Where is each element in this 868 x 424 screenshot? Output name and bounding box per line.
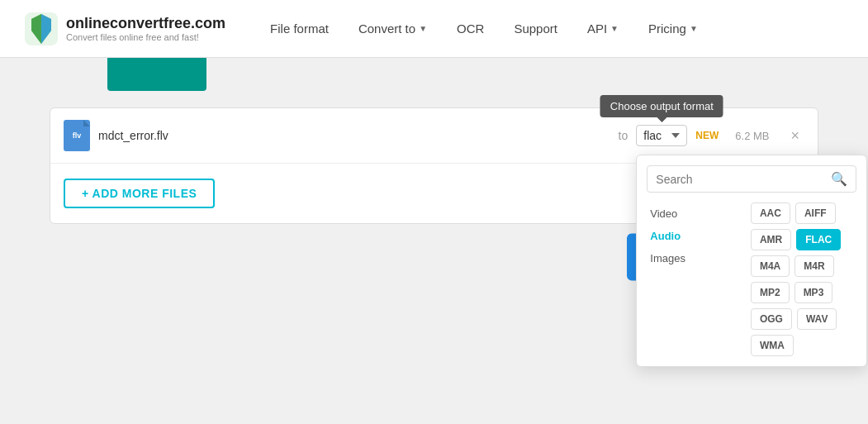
file-row: flv mdct_error.flv to Choose output form… bbox=[50, 108, 818, 164]
format-aiff[interactable]: AIFF bbox=[795, 202, 836, 224]
chevron-down-icon: ▼ bbox=[610, 24, 619, 33]
file-name: mdct_error.flv bbox=[98, 129, 610, 142]
dropdown-body: Video Audio Images AAC AIFF AMR FLAC M4A… bbox=[647, 202, 856, 356]
add-files-button[interactable]: + ADD MORE FILES bbox=[64, 179, 215, 208]
nav-support[interactable]: Support bbox=[502, 15, 569, 42]
nav-file-format[interactable]: File format bbox=[259, 15, 340, 42]
close-button[interactable]: × bbox=[785, 126, 804, 145]
search-input[interactable] bbox=[656, 173, 831, 186]
logo-icon bbox=[25, 12, 58, 45]
search-icon: 🔍 bbox=[831, 171, 847, 187]
format-amr[interactable]: AMR bbox=[751, 229, 791, 250]
format-mp2[interactable]: MP2 bbox=[751, 282, 790, 303]
format-select[interactable]: flac aac mp3 wav bbox=[636, 125, 687, 146]
chevron-down-icon: ▼ bbox=[690, 24, 698, 33]
file-size: 6.2 MB bbox=[735, 130, 769, 142]
chevron-down-icon: ▼ bbox=[419, 24, 427, 33]
format-mp3[interactable]: MP3 bbox=[794, 282, 833, 303]
new-badge: NEW bbox=[695, 130, 719, 141]
category-audio[interactable]: Audio bbox=[647, 225, 689, 247]
nav-ocr[interactable]: OCR bbox=[445, 15, 496, 42]
nav-convert-to[interactable]: Convert to ▼ bbox=[347, 15, 439, 42]
search-box: 🔍 bbox=[647, 165, 856, 193]
category-list: Video Audio Images bbox=[647, 202, 689, 356]
to-label: to bbox=[619, 129, 628, 142]
logo-subtitle: Convert files online free and fast! bbox=[66, 32, 225, 42]
upload-bar bbox=[107, 58, 206, 91]
format-aac[interactable]: AAC bbox=[751, 202, 790, 224]
category-video[interactable]: Video bbox=[647, 202, 689, 225]
format-m4r[interactable]: M4R bbox=[794, 255, 833, 277]
logo-text-block: onlineconvertfree.com Convert files onli… bbox=[66, 15, 225, 42]
format-wav[interactable]: WAV bbox=[797, 308, 837, 330]
tooltip: Choose output format bbox=[600, 95, 723, 117]
header: onlineconvertfree.com Convert files onli… bbox=[0, 0, 868, 58]
format-m4a[interactable]: M4A bbox=[751, 255, 790, 277]
logo-title: onlineconvertfree.com bbox=[66, 15, 225, 32]
nav: File format Convert to ▼ OCR Support API… bbox=[259, 15, 709, 42]
file-section: flv mdct_error.flv to Choose output form… bbox=[50, 107, 818, 224]
dropdown-panel: 🔍 Video Audio Images AAC AIFF AMR FLAC bbox=[636, 155, 867, 367]
format-wma[interactable]: WMA bbox=[751, 335, 794, 356]
nav-api[interactable]: API ▼ bbox=[576, 15, 630, 42]
format-flac[interactable]: FLAC bbox=[796, 229, 841, 250]
nav-pricing[interactable]: Pricing ▼ bbox=[637, 15, 709, 42]
format-grid: AAC AIFF AMR FLAC M4A M4R MP2 MP3 OGG WA… bbox=[751, 202, 856, 356]
main-content: flv mdct_error.flv to Choose output form… bbox=[0, 58, 868, 424]
logo-area: onlineconvertfree.com Convert files onli… bbox=[25, 12, 225, 45]
format-ogg[interactable]: OGG bbox=[751, 308, 792, 330]
format-select-wrapper: Choose output format flac aac mp3 wav 🔍 bbox=[636, 125, 687, 146]
category-images[interactable]: Images bbox=[647, 247, 689, 269]
file-icon: flv bbox=[64, 120, 90, 151]
